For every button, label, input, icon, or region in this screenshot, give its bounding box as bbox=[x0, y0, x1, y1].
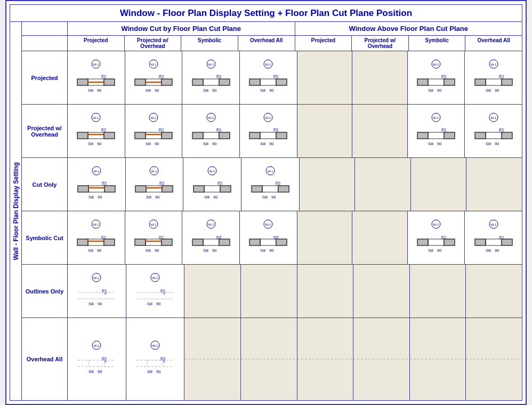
svg-text:W-1: W-1 bbox=[93, 223, 100, 226]
wall-sidebar: Wall - Floor Plan Display Setting bbox=[10, 22, 22, 400]
cell-r3-c4: W-1 90 150 Sill 90 bbox=[241, 158, 300, 211]
svg-rect-44 bbox=[444, 79, 455, 85]
cell-r4-c5-empty bbox=[297, 211, 353, 264]
svg-rect-17 bbox=[162, 79, 172, 85]
svg-text:150: 150 bbox=[104, 357, 107, 363]
row-projected-overhead: Projected w/ Overhead W-1 90 150 Sill bbox=[22, 105, 522, 158]
svg-text:W-1: W-1 bbox=[433, 223, 440, 226]
svg-rect-33 bbox=[249, 79, 260, 85]
svg-text:W-1: W-1 bbox=[93, 116, 100, 120]
svg-text:Sill: Sill bbox=[428, 88, 433, 93]
svg-text:Sill: Sill bbox=[260, 248, 265, 253]
svg-rect-205 bbox=[417, 239, 428, 245]
cell-r4-c2: W-1 60 150 Sill 90 bbox=[125, 211, 183, 264]
svg-rect-61 bbox=[88, 132, 104, 139]
cell-r6-c5-empty bbox=[297, 318, 354, 400]
svg-text:W-1: W-1 bbox=[265, 223, 272, 226]
svg-rect-90 bbox=[260, 132, 276, 139]
svg-text:Sill: Sill bbox=[88, 141, 93, 146]
svg-text:W-1: W-1 bbox=[209, 170, 216, 173]
row-label-cut-only: Cut Only bbox=[22, 158, 68, 211]
col-header-5: Projected w/ Overhead bbox=[352, 36, 409, 51]
cell-r3-c8-empty bbox=[466, 158, 522, 211]
window-drawing-r1c2: W-1 90 150 Sill 90 bbox=[132, 59, 175, 96]
svg-text:90: 90 bbox=[437, 88, 441, 93]
svg-rect-51 bbox=[475, 79, 486, 85]
svg-text:Sill: Sill bbox=[88, 301, 94, 306]
col-header-7: Overhead All bbox=[465, 36, 522, 51]
svg-rect-34 bbox=[260, 79, 276, 85]
svg-text:Sill: Sill bbox=[428, 141, 433, 146]
svg-rect-91 bbox=[276, 132, 287, 139]
svg-rect-129 bbox=[162, 186, 173, 192]
cell-r1-c8: W-1 90 150 Sill 90 bbox=[465, 51, 522, 104]
svg-text:90: 90 bbox=[156, 369, 160, 374]
svg-rect-53 bbox=[502, 79, 512, 85]
cell-r2-c2: W-1 90 150 Sill 90 bbox=[125, 105, 183, 157]
svg-text:Sill: Sill bbox=[486, 248, 491, 253]
svg-rect-222 bbox=[502, 239, 512, 245]
svg-text:Sill: Sill bbox=[486, 141, 491, 146]
svg-text:90: 90 bbox=[155, 248, 159, 253]
cell-r1-c5-empty bbox=[297, 51, 353, 104]
svg-rect-186 bbox=[219, 239, 230, 245]
cell-r6-c6-empty bbox=[353, 318, 410, 400]
svg-rect-98 bbox=[417, 132, 428, 139]
svg-text:W-1: W-1 bbox=[490, 116, 497, 120]
cell-r5-c6-empty bbox=[353, 265, 410, 317]
svg-rect-42 bbox=[417, 79, 428, 85]
svg-text:W-1: W-1 bbox=[94, 276, 100, 280]
svg-text:90: 90 bbox=[97, 141, 101, 146]
svg-text:W-1: W-1 bbox=[93, 170, 100, 173]
window-drawing-r1c3: W-1 90 150 Sill 90 bbox=[190, 59, 232, 96]
cell-r3-c6-empty bbox=[355, 158, 411, 211]
svg-text:W-1: W-1 bbox=[267, 170, 273, 173]
cell-r4-c3: W-1 60 50 Sill 90 bbox=[182, 211, 240, 264]
cell-r2-c1: W-1 90 150 Sill 90 bbox=[68, 105, 125, 157]
svg-text:90: 90 bbox=[213, 195, 217, 200]
svg-text:W-1: W-1 bbox=[208, 223, 214, 226]
svg-rect-181 bbox=[192, 239, 203, 245]
svg-text:90: 90 bbox=[212, 248, 216, 253]
cell-r1-c1: W-1 90 150 bbox=[68, 51, 125, 104]
svg-rect-117 bbox=[88, 186, 104, 192]
svg-rect-198 bbox=[276, 239, 287, 245]
svg-text:90: 90 bbox=[155, 88, 159, 93]
cell-r5-c2: W-1 90 150 Sill 90 bbox=[126, 265, 185, 317]
svg-rect-100 bbox=[444, 132, 455, 139]
row-label-overhead-all: Overhead All bbox=[22, 318, 68, 400]
cell-r2-c8: W-1 90 150 Sill 90 bbox=[465, 105, 522, 157]
svg-text:Sill: Sill bbox=[260, 141, 265, 146]
cell-r2-c7: W-1 90 150 Sill 90 bbox=[408, 105, 465, 157]
cell-r6-c3-empty bbox=[184, 318, 241, 400]
svg-text:90: 90 bbox=[495, 88, 499, 93]
svg-text:W-1: W-1 bbox=[150, 63, 157, 66]
col-header-6: Symbolic bbox=[409, 36, 466, 51]
svg-text:Sill: Sill bbox=[260, 88, 265, 93]
cell-r5-c4-empty bbox=[241, 265, 297, 317]
svg-text:Sill: Sill bbox=[146, 248, 151, 253]
svg-text:W-1: W-1 bbox=[208, 116, 214, 120]
svg-rect-126 bbox=[135, 186, 146, 192]
svg-rect-80 bbox=[192, 132, 203, 139]
svg-rect-109 bbox=[502, 132, 512, 139]
svg-text:W-1: W-1 bbox=[151, 170, 158, 173]
svg-text:W-1: W-1 bbox=[150, 223, 157, 226]
cell-r2-c3: W-1 90 150 Sill 90 bbox=[182, 105, 240, 157]
svg-text:Sill: Sill bbox=[88, 248, 93, 253]
svg-text:Sill: Sill bbox=[262, 195, 268, 200]
svg-text:90: 90 bbox=[155, 141, 159, 146]
row-symbolic-cut: Symbolic Cut W-1 60 150 bbox=[22, 211, 522, 265]
svg-text:Sill: Sill bbox=[147, 301, 152, 306]
svg-rect-210 bbox=[444, 239, 455, 245]
svg-rect-139 bbox=[220, 186, 231, 192]
svg-text:90: 90 bbox=[269, 141, 273, 146]
svg-rect-107 bbox=[475, 132, 486, 139]
cell-r2-c6-empty bbox=[352, 105, 408, 157]
svg-rect-146 bbox=[252, 186, 262, 192]
svg-rect-89 bbox=[249, 132, 260, 139]
svg-text:W-1: W-1 bbox=[93, 63, 100, 66]
svg-rect-4 bbox=[77, 79, 88, 85]
svg-text:W-1: W-1 bbox=[433, 116, 440, 120]
cell-r4-c1: W-1 60 150 Sill 90 bbox=[68, 211, 125, 264]
